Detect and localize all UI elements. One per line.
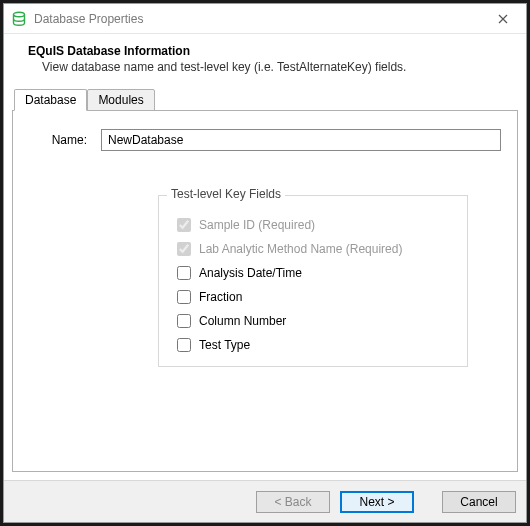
- key-field-analysis-date[interactable]: Analysis Date/Time: [177, 266, 455, 280]
- checkbox-sample-id: [177, 218, 191, 232]
- dialog-window: Database Properties EQuIS Database Infor…: [3, 3, 527, 523]
- button-bar: < Back Next > Cancel: [4, 480, 526, 522]
- back-button: < Back: [256, 491, 330, 513]
- close-button[interactable]: [486, 7, 520, 31]
- header: EQuIS Database Information View database…: [4, 34, 526, 88]
- group-legend: Test-level Key Fields: [167, 187, 285, 201]
- header-subtitle: View database name and test-level key (i…: [28, 60, 510, 74]
- test-level-key-fields-group: Test-level Key Fields Sample ID (Require…: [158, 195, 468, 367]
- checkbox-label: Sample ID (Required): [199, 218, 315, 232]
- name-label: Name:: [29, 133, 101, 147]
- header-title: EQuIS Database Information: [28, 44, 510, 58]
- tab-container: Database Modules Name: Test-level Key Fi…: [4, 88, 526, 480]
- window-title: Database Properties: [34, 12, 486, 26]
- key-field-fraction[interactable]: Fraction: [177, 290, 455, 304]
- checkbox-lab-method: [177, 242, 191, 256]
- cancel-button[interactable]: Cancel: [442, 491, 516, 513]
- tab-label: Database: [25, 93, 76, 107]
- checkbox-label: Test Type: [199, 338, 250, 352]
- tab-modules[interactable]: Modules: [87, 89, 154, 111]
- svg-point-0: [14, 12, 25, 16]
- key-field-column-number[interactable]: Column Number: [177, 314, 455, 328]
- tabstrip: Database Modules: [12, 89, 518, 111]
- checkbox-label: Lab Analytic Method Name (Required): [199, 242, 402, 256]
- key-field-test-type[interactable]: Test Type: [177, 338, 455, 352]
- checkbox-fraction[interactable]: [177, 290, 191, 304]
- titlebar: Database Properties: [4, 4, 526, 34]
- key-field-sample-id: Sample ID (Required): [177, 218, 455, 232]
- next-button[interactable]: Next >: [340, 491, 414, 513]
- close-icon: [498, 14, 508, 24]
- checkbox-label: Analysis Date/Time: [199, 266, 302, 280]
- key-field-lab-method: Lab Analytic Method Name (Required): [177, 242, 455, 256]
- tab-label: Modules: [98, 93, 143, 107]
- checkbox-test-type[interactable]: [177, 338, 191, 352]
- checkbox-column-number[interactable]: [177, 314, 191, 328]
- checkbox-label: Column Number: [199, 314, 286, 328]
- tab-database[interactable]: Database: [14, 89, 87, 111]
- database-icon: [10, 10, 28, 28]
- checkbox-label: Fraction: [199, 290, 242, 304]
- name-row: Name:: [29, 129, 501, 151]
- name-input[interactable]: [101, 129, 501, 151]
- checkbox-analysis-date[interactable]: [177, 266, 191, 280]
- tab-body-database: Name: Test-level Key Fields Sample ID (R…: [12, 110, 518, 472]
